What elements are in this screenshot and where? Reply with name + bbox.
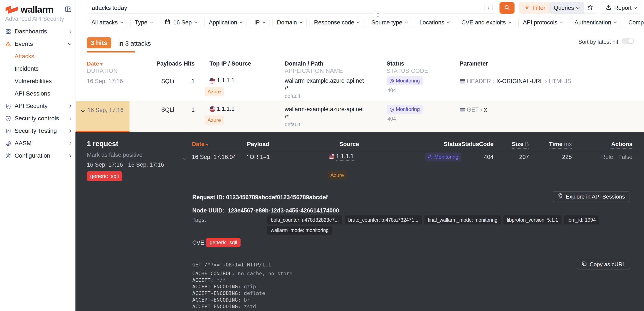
source-tag-badge: Azure [204,115,224,125]
sidebar-item-api-sessions[interactable]: API Sessions [0,87,75,100]
filter-chip-all-attacks[interactable]: All attacks [87,17,127,28]
sidebar-item-label: Configuration [14,152,50,159]
false-action-link[interactable]: False [618,154,632,160]
filter-chip-locations[interactable]: Locations [415,17,454,28]
chip-label: Source type [371,19,402,26]
mark-false-positive-link[interactable]: Mark as false positive [87,152,142,158]
column-header-date[interactable]: Date ▾ [87,60,102,67]
grid-icon [5,28,11,34]
attack-parameter: HEADER›X-ORIGINAL-URL›HTMLJS [460,78,571,85]
search-button[interactable] [500,2,514,14]
filter-chip-domain[interactable]: Domain [272,17,306,28]
filter-chip-cve[interactable]: CVE and exploits [457,17,515,28]
hit-payload: ' OR 1=1 [247,154,270,160]
column-header-status: Status [386,60,404,67]
attack-source-ip[interactable]: 1.1.1.1 [210,77,234,84]
search-input[interactable] [87,2,496,14]
attack-row[interactable]: 16 Sep, 17:16 SQLi 1 1.1.1.1 Azure walla… [76,73,644,101]
chip-label: Authentication [574,19,611,26]
sidebar: wallarm Advanced API Security Dashboards… [0,0,76,311]
attack-status-code: 404 [388,87,396,93]
http-header-line: ACCEPT-ENCODING: deflate [192,290,567,297]
sidebar-item-api-security[interactable]: {} API Security [0,100,75,112]
attack-application: default [285,93,300,99]
sidebar-item-security-testing[interactable]: {} Security Testing [0,125,75,137]
filter-chip-response-code[interactable]: Response code [310,17,364,28]
panel-divider [187,132,187,311]
sidebar-item-dashboards[interactable]: Dashboards [0,25,75,38]
detail-column-size[interactable]: Size B [494,141,529,148]
shield-icon [5,115,11,121]
sort-by-latest-toggle[interactable] [622,38,634,44]
filter-chip-date[interactable]: 16 Sep [160,17,202,28]
us-flag-icon [329,154,334,159]
calendar-icon [165,19,170,26]
sidebar-item-label: AASM [14,140,32,147]
hit-time: 225 [538,154,572,160]
copy-as-curl-button[interactable]: Copy as cURL [577,259,630,270]
detail-column-time[interactable]: Time ms [538,141,572,148]
expand-hit-row-icon[interactable] [183,157,187,160]
sidebar-item-incidents[interactable]: Incidents [0,62,75,75]
attack-domain: wallarm-example.azure-api.net [285,106,364,113]
svg-text:{: { [5,128,8,134]
http-header-line: ACCEPT-ENCODING: gzip [192,283,567,290]
hit-source-ip[interactable]: 1.1.1.1 [329,153,354,160]
us-flag-icon [210,78,215,83]
rule-action-link[interactable]: Rule [601,154,613,160]
chevron-down-icon [68,41,72,45]
tag-chip[interactable]: brute_counter: b:478:a732471... [345,216,422,225]
attack-row-selected[interactable]: 16 Sep, 17:16 SQLi 1 1.1.1.1 Azure walla… [76,101,644,132]
status-badge: ◎Monitoring [386,105,423,114]
sidebar-item-aasm[interactable]: AASM [0,137,75,149]
header-parameter-icon [460,108,465,112]
hit-status-badge: ◎Monitoring [420,152,461,162]
attack-source-ip[interactable]: 1.1.1.1 [210,106,234,112]
filter-chip-type[interactable]: Type [130,17,157,28]
sidebar-item-events[interactable]: Events [0,38,75,50]
report-button[interactable]: Report [601,2,642,14]
chevron-right-icon [68,129,72,133]
favorite-button[interactable] [583,2,597,13]
attack-date-range: 16 Sep, 17:16 - 16 Sep, 17:16 [87,162,164,168]
chevron-down-icon [377,14,379,17]
tags-label: Tags: [192,217,206,223]
filter-chip-compare-to[interactable]: Compare to... [624,17,644,28]
sidebar-item-attacks[interactable]: Attacks [0,50,75,62]
sidebar-item-vulnerabilities[interactable]: Vulnerabilities [0,75,75,87]
explore-api-sessions-button[interactable]: Explore in API Sessions [553,191,630,202]
tag-chip[interactable]: final_wallarm_mode: monitoring [424,216,501,225]
sidebar-item-configuration[interactable]: Configuration [0,149,75,162]
filter-button[interactable]: Filter [519,2,550,14]
filter-chip-api-protocols[interactable]: API protocols [518,17,567,28]
http-header-line: ACCEPT-ENCODING: br [192,297,567,303]
column-header-hits[interactable]: Hits [176,60,195,67]
attack-path: /* [285,114,288,120]
chip-label: 16 Sep [174,19,192,26]
detail-column-actions[interactable]: Actions [611,141,632,148]
product-subtitle: Advanced API Security [0,15,75,25]
tag-chip[interactable]: libproton_version: 5.1.1 [503,216,562,225]
attack-status-code: 404 [388,116,396,122]
filter-chip-ip[interactable]: IP [250,17,270,28]
search-expand-handle[interactable] [373,11,383,19]
queries-button-label: Queries [554,5,574,11]
chevron-right-icon [68,154,72,157]
http-header-line: CACHE-CONTROL: no-cache, no-store [192,270,567,277]
hits-count-badge: 3 hits [87,37,111,48]
main-area: / Filter Queries Report All attacks Type… [76,0,644,311]
attack-domain: wallarm-example.azure-api.net [285,77,364,84]
request-id-row: Request ID: 0123456789abcdef0123456789ab… [192,194,328,201]
sidebar-item-security-controls[interactable]: Security controls [0,112,75,125]
selected-row-accent-bar [76,131,130,132]
tag-chip[interactable]: bola_counter: i:478:f82823e7... [267,216,342,225]
tag-chip[interactable]: lom_id: 1994 [564,216,599,225]
filter-chip-application[interactable]: Application [204,17,247,28]
tag-chip[interactable]: wallarm_mode: monitoring [267,226,332,235]
detail-column-date[interactable]: Date ▾ [192,141,208,148]
tags-row-1: bola_counter: i:478:f82823e7... brute_co… [267,216,599,225]
keyboard-shortcut-hint: / [484,4,493,12]
filter-chip-authentication[interactable]: Authentication [570,17,621,28]
queries-button[interactable]: Queries [550,2,583,13]
collapse-sidebar-icon[interactable] [64,5,72,14]
